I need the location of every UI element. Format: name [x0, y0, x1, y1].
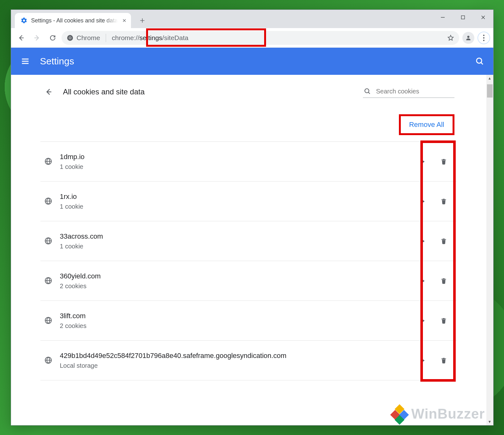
delete-site-button[interactable] [435, 237, 453, 245]
site-info: 429b1bd4d49e52c584f2701b796a8e40.safefra… [60, 351, 412, 370]
site-detail: 1 cookie [60, 203, 412, 210]
site-info: 360yield.com2 cookies [60, 272, 412, 290]
site-info: 3lift.com2 cookies [60, 312, 412, 330]
delete-site-button[interactable] [435, 317, 453, 325]
globe-icon [44, 237, 53, 246]
search-cookies-input[interactable] [376, 88, 454, 95]
site-domain: 3lift.com [60, 312, 412, 321]
site-row[interactable]: 429b1bd4d49e52c584f2701b796a8e40.safefra… [40, 341, 457, 380]
remove-all-button[interactable]: Remove All [399, 114, 454, 135]
settings-title: Settings [40, 56, 74, 67]
chrome-window: Settings - All cookies and site data [11, 9, 494, 426]
url-host: settings [139, 34, 162, 41]
browser-toolbar: Chrome chrome://settings/siteData [11, 28, 493, 48]
url-path: /siteData [162, 34, 188, 41]
expand-icon[interactable] [419, 199, 428, 204]
page-title: All cookies and site data [63, 87, 145, 96]
scroll-down-icon[interactable]: ▼ [486, 418, 493, 425]
delete-site-button[interactable] [435, 277, 453, 285]
site-row[interactable]: 33across.com1 cookie [40, 221, 457, 261]
expand-icon[interactable] [419, 279, 428, 283]
site-info: 33across.com1 cookie [60, 232, 412, 250]
close-tab-icon[interactable] [122, 18, 127, 23]
site-list: 1dmp.io1 cookie1rx.io1 cookie33across.co… [40, 141, 457, 380]
site-row[interactable]: 1dmp.io1 cookie [40, 142, 457, 182]
globe-icon [44, 316, 53, 325]
chrome-icon [67, 34, 74, 41]
tab-title: Settings - All cookies and site data [31, 17, 118, 24]
address-bar[interactable]: Chrome chrome://settings/siteData [62, 31, 459, 45]
url-scheme: chrome:// [112, 34, 139, 41]
site-domain: 1rx.io [60, 192, 412, 201]
site-detail: Local storage [60, 362, 412, 369]
omnibox-separator [106, 34, 106, 42]
search-settings-icon[interactable] [475, 57, 484, 66]
search-cookies-field[interactable] [363, 86, 454, 98]
omnibox-url: chrome://settings/siteData [112, 34, 188, 42]
delete-site-button[interactable] [435, 357, 453, 364]
reload-button[interactable] [46, 31, 60, 45]
chrome-origin-chip: Chrome [67, 34, 100, 42]
scrollbar-thumb[interactable] [487, 84, 493, 98]
content-area: All cookies and site data Remove All 1dm… [11, 75, 493, 425]
settings-header: Settings [11, 48, 493, 75]
site-info: 1rx.io1 cookie [60, 192, 412, 211]
minimize-button[interactable] [433, 10, 453, 25]
delete-site-button[interactable] [435, 198, 453, 205]
window-controls [433, 10, 493, 25]
site-row[interactable]: 1rx.io1 cookie [40, 182, 457, 221]
bookmark-star-icon[interactable] [447, 34, 454, 41]
profile-button[interactable] [462, 32, 474, 44]
site-row[interactable]: 3lift.com2 cookies [40, 301, 457, 341]
page-back-button[interactable] [43, 86, 54, 98]
site-detail: 1 cookie [60, 163, 412, 170]
site-detail: 2 cookies [60, 283, 412, 290]
svg-point-5 [483, 34, 484, 36]
scroll-up-icon[interactable]: ▲ [486, 75, 493, 82]
remove-all-row: Remove All [40, 104, 457, 141]
expand-icon[interactable] [419, 358, 428, 363]
svg-point-8 [477, 58, 482, 63]
svg-point-6 [483, 37, 484, 38]
gear-icon [21, 17, 27, 24]
globe-icon [44, 277, 53, 285]
globe-icon [44, 157, 53, 166]
new-tab-button[interactable] [136, 14, 149, 27]
menu-icon[interactable] [20, 56, 31, 67]
site-row[interactable]: 360yield.com2 cookies [40, 261, 457, 301]
expand-icon[interactable] [419, 239, 428, 243]
search-icon [364, 87, 371, 95]
vertical-scrollbar[interactable]: ▲ ▼ [486, 75, 493, 425]
svg-point-3 [69, 37, 71, 39]
expand-icon[interactable] [419, 319, 428, 323]
site-domain: 1dmp.io [60, 152, 412, 162]
forward-button [30, 31, 44, 45]
svg-rect-0 [461, 16, 465, 19]
maximize-button[interactable] [453, 10, 473, 25]
cookies-page: All cookies and site data Remove All 1dm… [40, 75, 457, 380]
site-detail: 1 cookie [60, 243, 412, 250]
site-info: 1dmp.io1 cookie [60, 152, 412, 171]
svg-point-4 [467, 36, 469, 38]
site-detail: 2 cookies [60, 322, 412, 330]
site-domain: 33across.com [60, 232, 412, 241]
site-domain: 360yield.com [60, 272, 412, 281]
expand-icon[interactable] [419, 159, 428, 164]
delete-site-button[interactable] [435, 158, 453, 165]
svg-point-9 [365, 89, 369, 93]
browser-tab[interactable]: Settings - All cookies and site data [15, 13, 131, 28]
chrome-origin-label: Chrome [77, 34, 100, 42]
globe-icon [44, 356, 53, 365]
site-domain: 429b1bd4d49e52c584f2701b796a8e40.safefra… [60, 351, 412, 361]
globe-icon [44, 197, 53, 206]
svg-point-7 [483, 39, 484, 41]
chrome-menu-button[interactable] [477, 32, 490, 44]
close-window-button[interactable] [473, 10, 493, 25]
tab-strip: Settings - All cookies and site data [11, 10, 493, 28]
page-header: All cookies and site data [40, 80, 457, 104]
content-scroll: All cookies and site data Remove All 1dm… [11, 75, 486, 425]
back-button[interactable] [14, 31, 28, 45]
